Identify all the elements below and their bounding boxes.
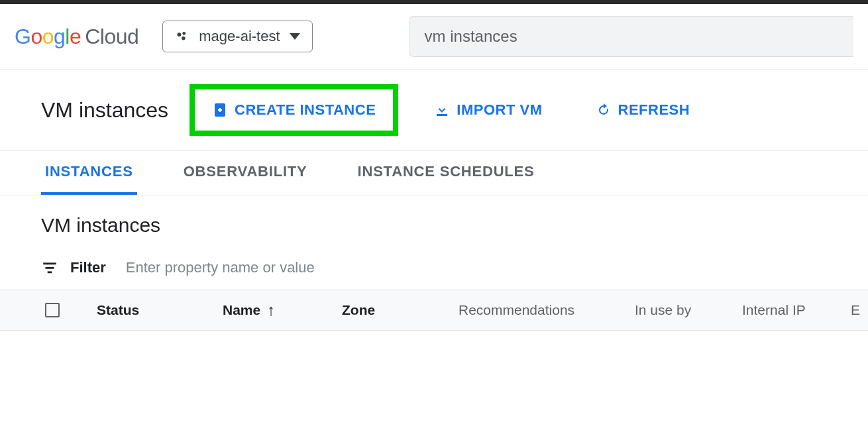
svg-point-1 <box>183 32 186 35</box>
refresh-button[interactable]: REFRESH <box>578 89 708 131</box>
project-name: mage-ai-test <box>199 28 280 45</box>
project-dots-icon <box>175 29 190 44</box>
logo-letter: G <box>15 25 30 49</box>
search-value: vm instances <box>425 27 517 45</box>
svg-point-0 <box>178 32 182 36</box>
header-bar: G o o g l e Cloud mage-ai-test vm instan… <box>0 4 868 70</box>
column-status[interactable]: Status <box>97 302 223 318</box>
column-internal-ip[interactable]: Internal IP <box>742 302 851 318</box>
tab-instances[interactable]: INSTANCES <box>41 151 137 195</box>
import-vm-label: IMPORT VM <box>457 101 542 119</box>
tab-instance-schedules[interactable]: INSTANCE SCHEDULES <box>354 151 539 195</box>
refresh-label: REFRESH <box>618 101 690 119</box>
page-title: VM instances <box>41 98 168 123</box>
logo-cloud-text: Cloud <box>85 25 138 49</box>
filter-icon <box>41 259 58 276</box>
import-icon <box>434 102 450 118</box>
google-cloud-logo[interactable]: G o o g l e Cloud <box>15 25 138 49</box>
create-instance-label: CREATE INSTANCE <box>235 101 376 119</box>
column-name[interactable]: Name ↑ <box>223 301 342 319</box>
logo-letter: g <box>54 25 65 49</box>
tab-observability[interactable]: OBSERVABILITY <box>180 151 311 195</box>
filter-label: Filter <box>70 259 106 276</box>
select-all-cell[interactable] <box>45 303 97 317</box>
create-instance-icon <box>212 102 228 118</box>
create-instance-button[interactable]: CREATE INSTANCE <box>190 84 398 136</box>
search-input[interactable]: vm instances <box>409 16 853 57</box>
svg-rect-8 <box>48 271 52 273</box>
section-title: VM instances <box>41 214 868 237</box>
logo-letter: o <box>42 25 54 49</box>
project-selector[interactable]: mage-ai-test <box>162 21 312 52</box>
filter-placeholder: Enter property name or value <box>126 259 315 276</box>
import-vm-button[interactable]: IMPORT VM <box>417 89 559 131</box>
svg-point-2 <box>182 36 186 40</box>
svg-rect-5 <box>437 114 447 116</box>
logo-letter: l <box>65 25 70 49</box>
svg-rect-6 <box>43 262 56 264</box>
logo-letter: e <box>70 25 81 49</box>
chevron-down-icon <box>290 33 300 40</box>
refresh-icon <box>596 102 612 118</box>
tabs-bar: INSTANCES OBSERVABILITY INSTANCE SCHEDUL… <box>0 151 868 195</box>
column-external-partial[interactable]: E <box>851 302 860 318</box>
select-all-checkbox[interactable] <box>45 303 60 317</box>
logo-letter: o <box>30 25 42 49</box>
svg-rect-4 <box>219 108 221 112</box>
action-bar: VM instances CREATE INSTANCE IMPORT VM R… <box>0 70 868 151</box>
column-in-use-by[interactable]: In use by <box>635 302 742 318</box>
column-recommendations[interactable]: Recommendations <box>459 302 635 318</box>
column-name-label: Name <box>223 302 260 318</box>
column-zone[interactable]: Zone <box>342 302 459 318</box>
filter-bar[interactable]: Filter Enter property name or value <box>41 259 868 290</box>
main-content: VM instances Filter Enter property name … <box>0 195 868 331</box>
sort-ascending-icon: ↑ <box>267 301 275 319</box>
svg-rect-7 <box>46 267 54 269</box>
table-header-row: Status Name ↑ Zone Recommendations In us… <box>0 290 868 331</box>
